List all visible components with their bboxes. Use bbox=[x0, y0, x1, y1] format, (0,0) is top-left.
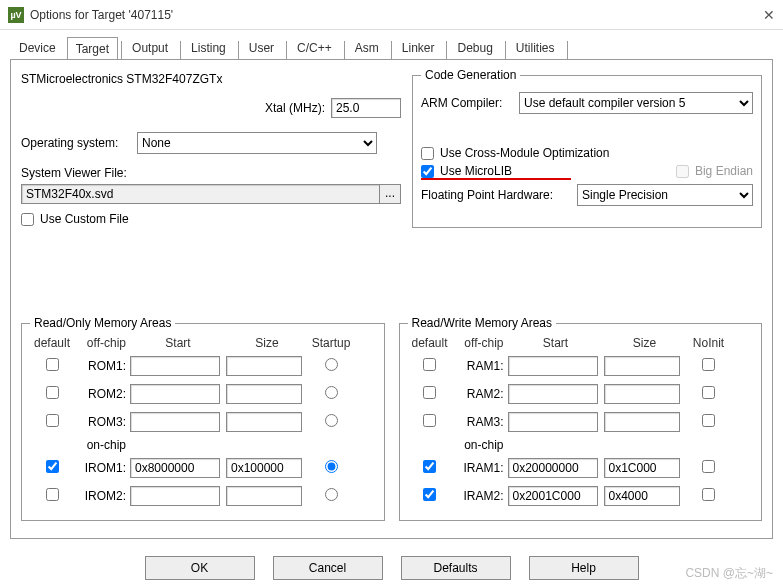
fph-select[interactable]: Single Precision bbox=[577, 184, 753, 206]
startup-radio[interactable] bbox=[325, 460, 338, 473]
cancel-button[interactable]: Cancel bbox=[273, 556, 383, 580]
svf-label: System Viewer File: bbox=[21, 166, 127, 180]
device-name: STMicroelectronics STM32F407ZGTx bbox=[21, 72, 222, 86]
memory-row: RAM2: bbox=[408, 380, 754, 408]
microlib-checkbox[interactable] bbox=[421, 165, 434, 178]
memory-row: ROM3: bbox=[30, 408, 376, 436]
defaults-button[interactable]: Defaults bbox=[401, 556, 511, 580]
microlib-label: Use MicroLIB bbox=[440, 164, 512, 178]
xtal-input[interactable] bbox=[331, 98, 401, 118]
ro-legend: Read/Only Memory Areas bbox=[30, 316, 175, 330]
default-checkbox[interactable] bbox=[46, 358, 59, 371]
tab-target[interactable]: Target bbox=[67, 37, 118, 60]
start-input[interactable] bbox=[508, 486, 598, 506]
os-select[interactable]: None bbox=[137, 132, 377, 154]
cross-module-label: Use Cross-Module Optimization bbox=[440, 146, 609, 160]
startup-radio[interactable] bbox=[325, 386, 338, 399]
tab-debug[interactable]: Debug bbox=[448, 36, 501, 59]
xtal-label: Xtal (MHz): bbox=[265, 101, 325, 115]
use-custom-file-label: Use Custom File bbox=[40, 212, 129, 226]
cross-module-checkbox[interactable] bbox=[421, 147, 434, 160]
default-checkbox[interactable] bbox=[46, 488, 59, 501]
tab-listing[interactable]: Listing bbox=[182, 36, 235, 59]
size-input[interactable] bbox=[604, 412, 680, 432]
noinit-checkbox[interactable] bbox=[702, 488, 715, 501]
os-label: Operating system: bbox=[21, 136, 131, 150]
default-checkbox[interactable] bbox=[423, 386, 436, 399]
noinit-checkbox[interactable] bbox=[702, 460, 715, 473]
startup-radio[interactable] bbox=[325, 358, 338, 371]
size-input[interactable] bbox=[226, 384, 302, 404]
noinit-checkbox[interactable] bbox=[702, 358, 715, 371]
tab-user[interactable]: User bbox=[240, 36, 283, 59]
memory-row: RAM1: bbox=[408, 352, 754, 380]
start-input[interactable] bbox=[130, 458, 220, 478]
arm-compiler-label: ARM Compiler: bbox=[421, 96, 513, 110]
annotation-underline bbox=[421, 178, 571, 180]
memory-label: RAM1: bbox=[452, 359, 508, 373]
start-input[interactable] bbox=[508, 412, 598, 432]
memory-label: RAM2: bbox=[452, 387, 508, 401]
size-input[interactable] bbox=[604, 384, 680, 404]
start-input[interactable] bbox=[508, 458, 598, 478]
start-input[interactable] bbox=[508, 384, 598, 404]
tab-output[interactable]: Output bbox=[123, 36, 177, 59]
codegen-legend: Code Generation bbox=[421, 68, 520, 82]
default-checkbox[interactable] bbox=[423, 488, 436, 501]
default-checkbox[interactable] bbox=[423, 460, 436, 473]
help-button[interactable]: Help bbox=[529, 556, 639, 580]
size-input[interactable] bbox=[226, 486, 302, 506]
close-icon[interactable]: ✕ bbox=[763, 7, 775, 23]
tab-asm[interactable]: Asm bbox=[346, 36, 388, 59]
tab-strip: Device Target Output Listing User C/C++ … bbox=[0, 30, 783, 59]
memory-label: IRAM2: bbox=[452, 489, 508, 503]
ok-button[interactable]: OK bbox=[145, 556, 255, 580]
ro-memory-group: Read/Only Memory Areas default off-chip … bbox=[21, 316, 385, 521]
big-endian-label: Big Endian bbox=[695, 164, 753, 178]
startup-radio[interactable] bbox=[325, 414, 338, 427]
start-input[interactable] bbox=[130, 356, 220, 376]
tab-linker[interactable]: Linker bbox=[393, 36, 444, 59]
app-icon: µV bbox=[8, 7, 24, 23]
rw-memory-group: Read/Write Memory Areas default off-chip… bbox=[399, 316, 763, 521]
tab-cpp[interactable]: C/C++ bbox=[288, 36, 341, 59]
tab-device[interactable]: Device bbox=[10, 36, 65, 59]
memory-label: ROM1: bbox=[74, 359, 130, 373]
memory-label: ROM3: bbox=[74, 415, 130, 429]
noinit-checkbox[interactable] bbox=[702, 386, 715, 399]
svf-input[interactable] bbox=[21, 184, 380, 204]
arm-compiler-select[interactable]: Use default compiler version 5 bbox=[519, 92, 753, 114]
start-input[interactable] bbox=[130, 412, 220, 432]
start-input[interactable] bbox=[508, 356, 598, 376]
default-checkbox[interactable] bbox=[423, 414, 436, 427]
default-checkbox[interactable] bbox=[423, 358, 436, 371]
window-title: Options for Target '407115' bbox=[30, 8, 173, 22]
svf-browse-button[interactable]: ... bbox=[379, 184, 401, 204]
size-input[interactable] bbox=[604, 356, 680, 376]
size-input[interactable] bbox=[604, 486, 680, 506]
default-checkbox[interactable] bbox=[46, 414, 59, 427]
default-checkbox[interactable] bbox=[46, 460, 59, 473]
memory-row: IRAM1: bbox=[408, 454, 754, 482]
tab-utilities[interactable]: Utilities bbox=[507, 36, 564, 59]
memory-label: IRAM1: bbox=[452, 461, 508, 475]
size-input[interactable] bbox=[226, 458, 302, 478]
big-endian-checkbox bbox=[676, 165, 689, 178]
default-checkbox[interactable] bbox=[46, 386, 59, 399]
size-input[interactable] bbox=[604, 458, 680, 478]
use-custom-file-checkbox[interactable] bbox=[21, 213, 34, 226]
memory-row: IRAM2: bbox=[408, 482, 754, 510]
memory-label: ROM2: bbox=[74, 387, 130, 401]
size-input[interactable] bbox=[226, 412, 302, 432]
watermark: CSDN @忘~湖~ bbox=[685, 565, 773, 582]
memory-row: ROM2: bbox=[30, 380, 376, 408]
memory-row: ROM1: bbox=[30, 352, 376, 380]
start-input[interactable] bbox=[130, 384, 220, 404]
noinit-checkbox[interactable] bbox=[702, 414, 715, 427]
size-input[interactable] bbox=[226, 356, 302, 376]
startup-radio[interactable] bbox=[325, 488, 338, 501]
memory-row: IROM2: bbox=[30, 482, 376, 510]
start-input[interactable] bbox=[130, 486, 220, 506]
codegen-group: Code Generation ARM Compiler: Use defaul… bbox=[412, 68, 762, 228]
fph-label: Floating Point Hardware: bbox=[421, 188, 571, 202]
